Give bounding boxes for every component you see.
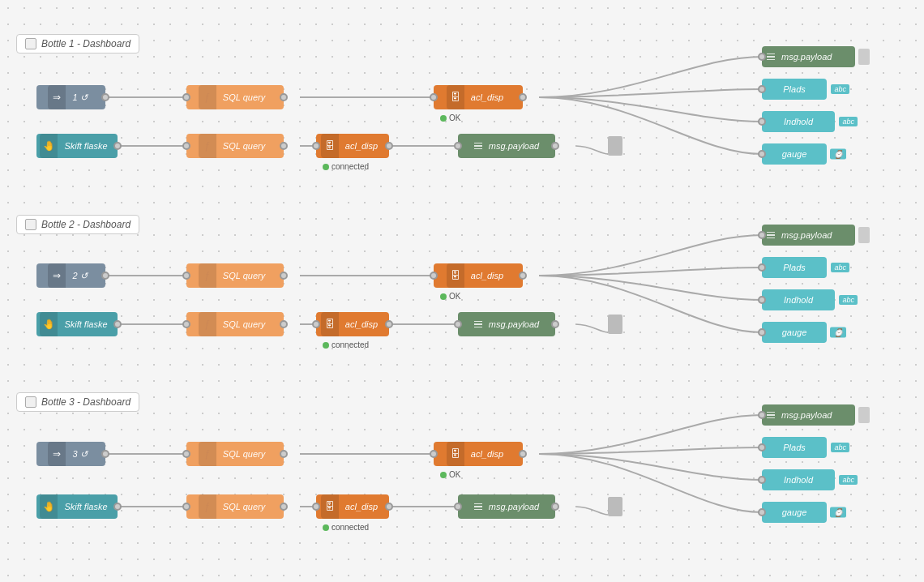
out-1-indhold[interactable]: Indhold abc	[762, 111, 835, 132]
inject-2-top-out	[101, 272, 109, 280]
payload-2-bottom-label: msg.payload	[489, 319, 539, 329]
group-title-1: Bottle 1 - Dashboard	[41, 38, 130, 49]
db-2-top-out	[519, 272, 527, 280]
func-3-top[interactable]: ƒ SQL query	[186, 442, 284, 466]
db-1-bottom-label: acl_disp	[339, 141, 384, 151]
func-2-top[interactable]: ƒ SQL query	[186, 263, 284, 288]
db-1-bottom[interactable]: 🗄 acl_disp connected	[316, 134, 389, 158]
func-3-top-label: SQL query	[216, 449, 272, 459]
db-2-top[interactable]: 🗄 acl_disp OK	[434, 263, 523, 288]
payload-3-bottom-out	[551, 503, 559, 511]
out-2-gauge[interactable]: gauge ⌚	[762, 322, 827, 343]
payload-3-bottom-label: msg.payload	[489, 502, 539, 511]
out-1-indhold-badge: abc	[839, 117, 858, 126]
func-2-bottom-in	[182, 320, 190, 328]
out-3-plads-label: Plads	[776, 443, 812, 452]
out-3-payload-in	[758, 411, 766, 419]
inject-1-bottom[interactable]: 🤚 Skift flaske	[36, 134, 118, 158]
db-1-top-status: OK	[440, 113, 460, 122]
out-3-payload[interactable]: msg.payload	[762, 404, 855, 426]
out-2-indhold-label: Indhold	[777, 295, 819, 305]
out-3-gauge-in	[758, 508, 766, 516]
out-1-indhold-label: Indhold	[777, 117, 819, 126]
inject-2-bottom-label: Skift flaske	[58, 319, 113, 329]
func-3-bottom-out	[280, 503, 288, 511]
out-1-payload-badge	[858, 49, 870, 65]
inject-1-top[interactable]: ⇒ 1 ↺	[36, 85, 105, 109]
out-2-plads[interactable]: Plads abc	[762, 257, 827, 278]
db-1-top[interactable]: 🗄 acl_disp OK	[434, 85, 523, 109]
inject-1-top-label: 1 ↺	[66, 92, 93, 103]
out-3-indhold-badge: abc	[839, 475, 858, 485]
out-1-gauge-in	[758, 150, 766, 158]
payload-1-square	[608, 136, 622, 156]
db-3-bottom-in	[312, 503, 320, 511]
out-2-plads-label: Plads	[776, 263, 812, 272]
out-1-payload[interactable]: msg.payload	[762, 46, 855, 67]
payload-3-bottom[interactable]: msg.payload	[458, 494, 555, 519]
db-3-top-status: OK	[440, 470, 460, 479]
out-3-plads-in	[758, 443, 766, 451]
db-2-bottom[interactable]: 🗄 acl_disp connected	[316, 312, 389, 336]
out-2-gauge-badge: ⌚	[830, 327, 846, 338]
out-1-payload-label: msg.payload	[781, 52, 832, 62]
inject-3-bottom[interactable]: 🤚 Skift flaske	[36, 494, 118, 519]
inject-3-top[interactable]: ⇒ 3 ↺	[36, 442, 105, 466]
db-3-top[interactable]: 🗄 acl_disp OK	[434, 442, 523, 466]
group-icon-1	[25, 38, 36, 49]
out-1-gauge-badge: ⌚	[830, 149, 846, 160]
out-1-gauge[interactable]: gauge ⌚	[762, 143, 827, 165]
out-3-plads-badge: abc	[831, 443, 849, 452]
inject-2-bottom[interactable]: 🤚 Skift flaske	[36, 312, 118, 336]
out-3-plads[interactable]: Plads abc	[762, 437, 827, 458]
func-1-top[interactable]: ƒ SQL query	[186, 85, 284, 109]
out-1-plads-badge: abc	[831, 84, 849, 94]
db-3-bottom-label: acl_disp	[339, 502, 384, 511]
inject-2-top-label: 2 ↺	[66, 271, 93, 281]
payload-2-square	[608, 315, 622, 334]
db-2-bottom-in	[312, 320, 320, 328]
db-2-bottom-out	[385, 320, 393, 328]
db-1-top-label: acl_disp	[464, 92, 510, 102]
func-2-top-out	[280, 272, 288, 280]
func-1-top-in	[182, 93, 190, 101]
out-1-plads-label: Plads	[776, 84, 812, 94]
func-1-top-out	[280, 93, 288, 101]
out-3-indhold-label: Indhold	[777, 475, 819, 485]
out-1-payload-in	[758, 53, 766, 61]
out-3-gauge[interactable]: gauge ⌚	[762, 502, 827, 523]
db-1-bottom-in	[312, 142, 320, 150]
func-1-bottom-out	[280, 142, 288, 150]
inject-2-bottom-out	[113, 320, 122, 328]
payload-2-bottom[interactable]: msg.payload	[458, 312, 555, 336]
db-3-bottom[interactable]: 🗄 acl_disp connected	[316, 494, 389, 519]
out-2-indhold-badge: abc	[839, 295, 858, 305]
group-icon-2	[25, 219, 36, 230]
out-2-payload-badge	[858, 227, 870, 243]
func-3-top-out	[280, 450, 288, 458]
out-1-gauge-label: gauge	[776, 149, 814, 159]
group-label-2: Bottle 2 - Dashboard	[16, 215, 139, 234]
out-1-plads[interactable]: Plads abc	[762, 79, 827, 100]
func-3-bottom-in	[182, 503, 190, 511]
out-3-indhold[interactable]: Indhold abc	[762, 469, 835, 490]
out-2-payload[interactable]: msg.payload	[762, 225, 855, 246]
inject-2-top[interactable]: ⇒ 2 ↺	[36, 263, 105, 288]
out-3-gauge-badge: ⌚	[830, 507, 846, 518]
func-2-bottom-label: SQL query	[216, 319, 272, 329]
out-2-plads-in	[758, 263, 766, 272]
out-2-indhold[interactable]: Indhold abc	[762, 289, 835, 310]
db-3-bottom-status: connected	[323, 523, 369, 532]
func-1-bottom[interactable]: ƒ SQL query	[186, 134, 284, 158]
func-2-bottom[interactable]: ƒ SQL query	[186, 312, 284, 336]
payload-1-bottom[interactable]: msg.payload	[458, 134, 555, 158]
inject-3-bottom-out	[113, 503, 122, 511]
func-2-top-label: SQL query	[216, 271, 272, 280]
func-3-bottom[interactable]: ƒ SQL query	[186, 494, 284, 519]
group-label-1: Bottle 1 - Dashboard	[16, 34, 139, 53]
payload-2-bottom-out	[551, 320, 559, 328]
out-3-gauge-label: gauge	[776, 507, 814, 517]
inject-1-bottom-out	[113, 142, 122, 150]
func-2-bottom-out	[280, 320, 288, 328]
db-1-bottom-status: connected	[323, 162, 369, 171]
